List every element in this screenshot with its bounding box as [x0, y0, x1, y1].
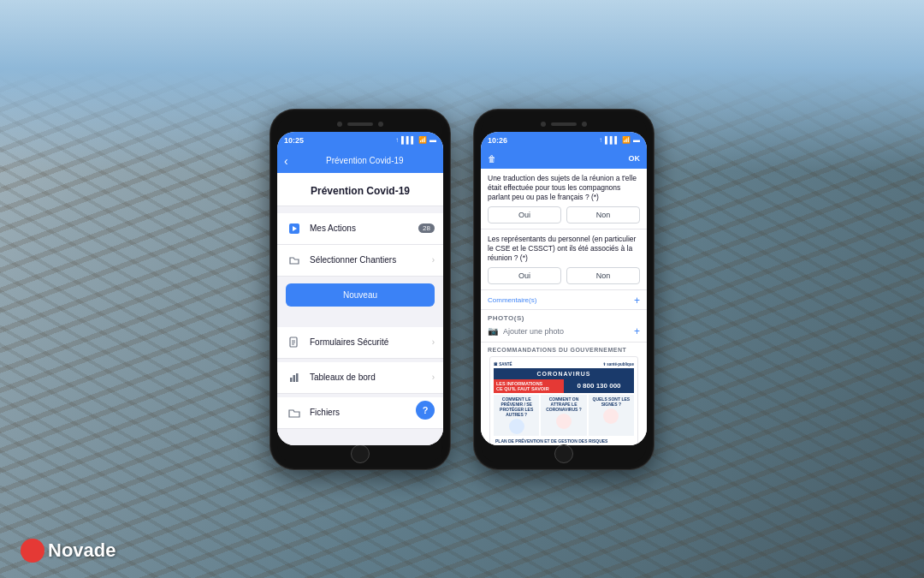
- photos-section: PHOTO(S) 📷 Ajouter une photo +: [481, 310, 647, 343]
- screen-content-1: Prévention Covid-19 Mes Actions 28: [277, 173, 443, 445]
- signal-icon: ▌▌▌: [401, 136, 416, 144]
- nav-title-1: Prévention Covid-19: [293, 156, 436, 165]
- brand-label: Novade: [21, 539, 116, 563]
- covid-icon-2: [556, 414, 572, 429]
- commentaires-section: Commentaire(s) +: [481, 290, 647, 310]
- commentaires-plus[interactable]: +: [634, 295, 640, 307]
- camera-add-icon: 📷: [488, 326, 498, 336]
- menu-item-tableaux[interactable]: Tableaux de bord ›: [277, 362, 443, 394]
- status-bar-2: 10:26 ↑ ▌▌▌ 📶 ▬: [481, 132, 647, 149]
- phone-1-bottom-bar: [277, 445, 443, 462]
- camera-icon: [337, 122, 342, 127]
- add-photo-row: 📷 Ajouter une photo +: [488, 325, 640, 337]
- covid-title: CORONAVIRUS: [537, 371, 591, 377]
- question-block-2: Les représentants du personnel (en parti…: [481, 229, 647, 290]
- svg-rect-8: [296, 373, 299, 382]
- nouveau-button[interactable]: Nouveau: [286, 283, 435, 307]
- mes-actions-badge: 28: [418, 223, 435, 233]
- question-text-2: Les représentants du personnel (en parti…: [488, 235, 640, 263]
- add-photo-text: Ajouter une photo: [503, 327, 629, 336]
- svg-rect-6: [290, 378, 293, 382]
- phone-1: 10:25 ↑ ▌▌▌ 📶 ▬ ‹ Prévention Covid-19 Pr…: [270, 110, 450, 469]
- covid-col-1: COMMENT LE PRÉVENIR / SE PROTÉGER LES AU…: [494, 395, 539, 436]
- brand-circle-icon: [21, 539, 44, 563]
- app-title: Prévention Covid-19: [277, 173, 443, 206]
- rec-label: RECOMMANDATIONS DU GOUVERNEMENT: [488, 347, 640, 353]
- menu-item-mes-actions[interactable]: Mes Actions 28: [277, 213, 443, 245]
- non-button-2[interactable]: Non: [566, 267, 640, 284]
- covid-hotline: 0 800 130 000: [564, 379, 634, 393]
- phone-1-screen: 10:25 ↑ ▌▌▌ 📶 ▬ ‹ Prévention Covid-19 Pr…: [277, 132, 443, 445]
- oui-button-2[interactable]: Oui: [488, 267, 561, 284]
- status-icons-2: ↑ ▌▌▌ 📶 ▬: [599, 136, 640, 144]
- fichiers-label: Fichiers: [310, 408, 425, 417]
- covid-col-3: QUELS SONT LES SIGNES ?: [589, 395, 634, 436]
- camera-icon-4: [582, 122, 587, 127]
- phones-container: 10:25 ↑ ▌▌▌ 📶 ▬ ‹ Prévention Covid-19 Pr…: [270, 110, 654, 469]
- photos-label: PHOTO(S): [488, 314, 640, 322]
- covid-col-title-2: COMMENT ON ATTRAPE LE CORONAVIRUS ?: [542, 396, 584, 412]
- question-text-1: Une traduction des sujets de la réunion …: [488, 174, 640, 202]
- covid-col-title-1: COMMENT LE PRÉVENIR / SE PROTÉGER LES AU…: [495, 396, 537, 417]
- covid-infographic: 🏛 SANTÉ ⚕ santé·publique CORONAVIRUS LES…: [489, 356, 638, 445]
- status-icons-1: ↑ ▌▌▌ 📶 ▬: [395, 136, 436, 144]
- commentaires-label: Commentaire(s): [488, 296, 536, 304]
- oui-non-row-2: Oui Non: [488, 267, 640, 284]
- home-button-2[interactable]: [554, 444, 573, 463]
- doc-icon: [286, 334, 303, 351]
- menu-item-formulaires[interactable]: Formulaires Sécurité ›: [277, 327, 443, 359]
- battery-icon-2: ▬: [633, 136, 640, 144]
- status-time-1: 10:25: [284, 136, 304, 145]
- location-icon-2: ↑: [599, 136, 602, 144]
- chart-icon: [286, 369, 303, 386]
- photos-plus[interactable]: +: [634, 325, 640, 337]
- covid-subtitle: LES INFORMATIONSCE QU'IL FAUT SAVOIR: [494, 379, 564, 393]
- back-button-1[interactable]: ‹: [284, 154, 288, 168]
- mes-actions-label: Mes Actions: [310, 223, 412, 233]
- chantiers-label: Sélectionner Chantiers: [310, 255, 425, 265]
- rec-section: RECOMMANDATIONS DU GOUVERNEMENT 🏛 SANTÉ …: [481, 343, 647, 445]
- home-button-1[interactable]: [351, 444, 370, 463]
- covid-col-title-3: QUELS SONT LES SIGNES ?: [590, 396, 632, 407]
- covid-grid: COMMENT LE PRÉVENIR / SE PROTÉGER LES AU…: [494, 395, 634, 436]
- status-time-2: 10:26: [488, 136, 507, 145]
- phone-1-top-bar: [277, 116, 443, 132]
- tableaux-chevron: ›: [432, 372, 435, 382]
- folder2-icon: [286, 404, 303, 421]
- nav-bar-1: ‹ Prévention Covid-19: [277, 149, 443, 173]
- oui-button-1[interactable]: Oui: [488, 206, 561, 223]
- status-bar-1: 10:25 ↑ ▌▌▌ 📶 ▬: [277, 132, 443, 149]
- camera-icon-2: [378, 122, 383, 127]
- menu-list-1: Mes Actions 28 Sélectionner Chantiers ›: [277, 213, 443, 277]
- signal-icon-2: ▌▌▌: [605, 136, 619, 144]
- non-button-1[interactable]: Non: [566, 206, 640, 223]
- brand-name: Novade: [48, 539, 116, 562]
- help-button[interactable]: ?: [416, 401, 435, 420]
- covid-header: CORONAVIRUS: [494, 368, 634, 379]
- location-icon: ↑: [395, 136, 399, 144]
- trash-button[interactable]: 🗑: [488, 154, 496, 164]
- menu-item-chantiers[interactable]: Sélectionner Chantiers ›: [277, 245, 443, 277]
- tableaux-label: Tableaux de bord: [310, 372, 425, 382]
- formulaires-chevron: ›: [432, 337, 435, 347]
- phone-2-top-bar: [481, 116, 647, 132]
- speaker-icon: [347, 122, 373, 126]
- ok-button[interactable]: OK: [629, 154, 641, 163]
- santetransport-logo: ⚕ santé·publique: [603, 362, 634, 366]
- battery-icon-1: ▬: [429, 136, 436, 144]
- chantiers-chevron: ›: [432, 255, 435, 265]
- phone-2: 10:26 ↑ ▌▌▌ 📶 ▬ 🗑 OK Une traduction des …: [474, 110, 654, 469]
- wifi-icon-2: 📶: [622, 136, 631, 144]
- phone-2-bottom-bar: [481, 445, 647, 462]
- gov-logos: 🏛 SANTÉ ⚕ santé·publique: [494, 361, 634, 368]
- speaker-icon-2: [551, 122, 577, 126]
- question-block-1: Une traduction des sujets de la réunion …: [481, 169, 647, 229]
- covid-col-2: COMMENT ON ATTRAPE LE CORONAVIRUS ?: [541, 395, 586, 436]
- covid-icon-3: [603, 408, 619, 424]
- svg-rect-7: [293, 375, 296, 382]
- oui-non-row-1: Oui Non: [488, 206, 640, 223]
- divider-1: [277, 313, 443, 320]
- form-screen: Une traduction des sujets de la réunion …: [481, 169, 647, 445]
- gov-logo-text: 🏛 SANTÉ: [494, 362, 512, 366]
- camera-icon-3: [541, 122, 546, 127]
